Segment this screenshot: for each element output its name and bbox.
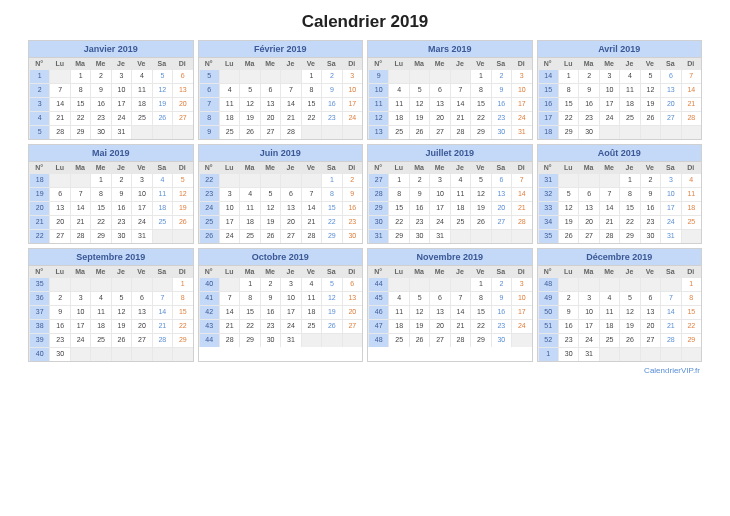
week-row: 32567891011: [538, 187, 702, 201]
day-cell: 20: [342, 305, 362, 319]
week-number: 48: [368, 333, 388, 347]
day-cell: 30: [578, 125, 598, 139]
day-cell: 30: [491, 125, 511, 139]
day-cell: 12: [409, 305, 429, 319]
day-cell: 13: [491, 187, 511, 201]
week-row: 2013141516171819: [29, 201, 193, 215]
day-cell: 2: [409, 173, 429, 187]
day-cell: 21: [49, 111, 69, 125]
day-cell: [70, 347, 90, 361]
week-row: 528293031: [29, 125, 193, 139]
week-row: 28891011121314: [368, 187, 532, 201]
day-cell: 27: [49, 229, 69, 243]
day-cell: 24: [599, 111, 619, 125]
day-cell: 15: [388, 201, 408, 215]
month-block: Mai 2019N°LuMaMeJeVeSaDi1812345196789101…: [28, 144, 194, 244]
day-cell: 17: [511, 97, 531, 111]
day-cell: 19: [409, 111, 429, 125]
day-cell: 25: [152, 215, 172, 229]
week-number: 45: [368, 291, 388, 305]
day-cell: 30: [409, 229, 429, 243]
day-cell: 28: [450, 333, 470, 347]
month-block: Janvier 2019N°LuMaMeJeVeSaDi112345627891…: [28, 40, 194, 140]
day-cell: [491, 229, 511, 243]
day-cell: 25: [388, 125, 408, 139]
day-cell: 20: [640, 319, 660, 333]
day-cell: 21: [280, 111, 300, 125]
day-cell: 10: [599, 83, 619, 97]
day-cell: 22: [172, 319, 192, 333]
day-cell: 25: [131, 111, 151, 125]
day-cell: 9: [578, 83, 598, 97]
day-cell: 8: [239, 291, 259, 305]
day-cell: 26: [239, 125, 259, 139]
day-cell: [558, 173, 578, 187]
day-cell: [152, 347, 172, 361]
day-cell: 1: [321, 173, 341, 187]
day-cell: 2: [491, 69, 511, 83]
day-cell: 31: [511, 125, 531, 139]
week-row: 271234567: [368, 173, 532, 187]
day-cell: 12: [239, 97, 259, 111]
week-number: 21: [29, 215, 49, 229]
day-cell: 23: [260, 319, 280, 333]
day-cell: 1: [470, 277, 490, 291]
day-cell: 13: [342, 291, 362, 305]
day-cell: 31: [578, 347, 598, 361]
day-cell: 31: [111, 125, 131, 139]
day-cell: 25: [90, 333, 110, 347]
day-cell: 13: [49, 201, 69, 215]
day-cell: 16: [321, 97, 341, 111]
day-cell: 15: [301, 97, 321, 111]
day-cell: 3: [599, 69, 619, 83]
day-cell: 12: [619, 305, 639, 319]
week-number: 11: [368, 97, 388, 111]
week-number: 35: [29, 277, 49, 291]
day-cell: [409, 69, 429, 83]
day-cell: 8: [90, 187, 110, 201]
week-number: 22: [199, 173, 219, 187]
month-block: Juillet 2019N°LuMaMeJeVeSaDi271234567288…: [367, 144, 533, 244]
week-row: 5223242526272829: [538, 333, 702, 347]
week-number: 38: [29, 319, 49, 333]
page-title: Calendrier 2019: [28, 12, 702, 32]
day-cell: [450, 229, 470, 243]
week-row: 182930: [538, 125, 702, 139]
month-header: Avril 2019: [538, 41, 702, 58]
day-cell: 15: [321, 201, 341, 215]
day-cell: 8: [558, 83, 578, 97]
day-cell: [49, 173, 69, 187]
day-cell: 25: [388, 333, 408, 347]
day-cell: 2: [321, 69, 341, 83]
day-cell: 8: [388, 187, 408, 201]
day-cell: 8: [619, 187, 639, 201]
day-cell: [619, 277, 639, 291]
day-cell: 24: [511, 111, 531, 125]
week-row: 1111121314151617: [368, 97, 532, 111]
week-number: 44: [368, 277, 388, 291]
day-cell: 6: [280, 187, 300, 201]
month-header: Novembre 2019: [368, 249, 532, 266]
day-cell: 1: [239, 277, 259, 291]
day-cell: 19: [470, 201, 490, 215]
day-cell: 3: [342, 69, 362, 83]
day-cell: 23: [409, 215, 429, 229]
day-cell: 5: [152, 69, 172, 83]
day-cell: 7: [511, 173, 531, 187]
day-cell: 13: [260, 97, 280, 111]
day-cell: 12: [260, 201, 280, 215]
week-row: 314151617181920: [29, 97, 193, 111]
day-cell: 24: [660, 215, 680, 229]
day-cell: 12: [111, 305, 131, 319]
day-cell: 27: [429, 333, 449, 347]
day-cell: 19: [152, 97, 172, 111]
week-number: 3: [29, 97, 49, 111]
day-cell: 8: [470, 291, 490, 305]
day-cell: [578, 173, 598, 187]
day-cell: 7: [280, 83, 300, 97]
day-cell: 6: [172, 69, 192, 83]
month-header: Juin 2019: [199, 145, 363, 162]
day-cell: [640, 125, 660, 139]
day-cell: 24: [511, 319, 531, 333]
day-cell: [219, 173, 239, 187]
